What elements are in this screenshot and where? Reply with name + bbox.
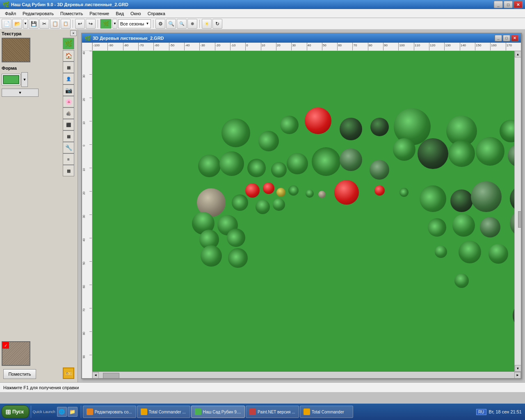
form-dropdown-button[interactable]: ▼ (2, 89, 39, 97)
stamp-button[interactable]: 🎫 (63, 368, 74, 379)
inner-close-button[interactable]: ✕ (511, 35, 518, 41)
undo-button[interactable]: ↩ (75, 19, 85, 29)
season-selector[interactable]: Все сезоны ▼ (118, 19, 151, 28)
scroll-down-button[interactable]: ▼ (515, 365, 521, 372)
tree (201, 245, 222, 267)
grid-icon-button[interactable]: ▦ (63, 62, 74, 73)
flower-icon-button[interactable]: 🌸 (63, 96, 74, 107)
menu-file[interactable]: Файл (2, 10, 19, 17)
zoom-in-button[interactable]: 🔍 (166, 19, 176, 29)
lines-icon-button[interactable]: ≡ (63, 153, 74, 165)
title-bar-controls: _ □ ✕ (494, 1, 523, 8)
sun-button[interactable]: ☀ (202, 19, 212, 29)
maximize-button[interactable]: □ (504, 1, 513, 8)
menu-plant[interactable]: Растение (86, 10, 112, 17)
pattern-icon-button[interactable]: ▦ (63, 130, 74, 142)
vertical-scrollbar[interactable]: ▲ ▼ (514, 51, 521, 372)
rotate-button[interactable]: ↻ (212, 19, 222, 29)
tree (454, 274, 469, 288)
cut-button[interactable]: ✂ (39, 19, 49, 29)
ql-btn1[interactable]: 🌐 (57, 407, 67, 417)
tools-button[interactable]: ⚙ (155, 19, 165, 29)
zoom-fit-button[interactable]: ⊕ (187, 19, 197, 29)
menu-edit[interactable]: Редактировать (19, 10, 57, 17)
shape-dropdown-button[interactable]: ▼ (21, 72, 28, 87)
copy-button[interactable]: 📋 (50, 19, 60, 29)
new-button[interactable]: 📄 (2, 19, 11, 29)
place-button[interactable]: Поместить (3, 369, 36, 379)
start-button[interactable]: ⊞ Пуск (2, 405, 29, 418)
tree (370, 160, 389, 180)
clock: Вт, 18 сен 21:51 (489, 409, 522, 414)
taskbar-btn-0[interactable]: Редактировать со... (83, 406, 136, 418)
tree (232, 194, 248, 211)
taskbar-btn-4[interactable]: Total Commander (300, 406, 353, 418)
bricks-icon-button[interactable]: ▦ (63, 165, 74, 176)
tree (428, 218, 446, 237)
house-icon-button[interactable]: 🏠 (63, 50, 74, 62)
material-preview: ✓ (2, 341, 30, 366)
panel-close-button[interactable]: × (70, 30, 77, 36)
left-panel: × Текстура 🌿 🏠 ▦ 👤 📷 🌸 🪨 ⬛ ▦ 🔧 ≡ ▦ Форма (0, 30, 78, 382)
taskbar-icon-2 (195, 409, 201, 415)
app-icon: 🌿 (2, 1, 9, 8)
camera-icon-button[interactable]: 📷 (63, 84, 74, 96)
title-bar: 🌿 Наш Сад Рубин 9.0 - 3D Деревья листвен… (0, 0, 525, 9)
rock-icon-button[interactable]: 🪨 (63, 107, 74, 119)
tree (258, 131, 279, 151)
season-dropdown-arrow[interactable]: ▼ (112, 19, 117, 29)
tree (435, 246, 447, 258)
left-ruler: 403020100102030405060708090100 (82, 51, 92, 378)
scroll-right-button[interactable]: ► (514, 372, 521, 379)
tree (219, 151, 244, 176)
close-button[interactable]: ✕ (514, 1, 523, 8)
nature-icon-button[interactable]: 🌿 (63, 38, 74, 49)
start-windows-icon: ⊞ (5, 408, 11, 416)
taskbar-btn-2[interactable]: Наш Сад Рубин 9.... (191, 406, 245, 418)
menu-window[interactable]: Окно (127, 10, 144, 17)
h-scroll-track[interactable] (99, 372, 514, 378)
structure-icon-button[interactable]: ⬛ (63, 119, 74, 130)
open-button[interactable]: 📂 (12, 19, 22, 29)
redo-button[interactable]: ↪ (86, 19, 96, 29)
figure-icon-button[interactable]: 👤 (63, 73, 74, 84)
tree (510, 210, 515, 237)
horizontal-scrollbar[interactable]: ◄ ► (92, 372, 521, 378)
scroll-up-button[interactable]: ▲ (515, 51, 521, 57)
tree (420, 185, 446, 212)
h-scroll-thumb[interactable] (103, 373, 119, 379)
taskbar-btn-3[interactable]: Paint.NET версия ... (246, 406, 299, 418)
top-ruler-area: -100-90-80-70-60-50-40-30-20-10010203040… (82, 43, 521, 51)
menu-place[interactable]: Поместить (57, 10, 86, 17)
tree (450, 189, 473, 212)
taskbar-icon-4 (304, 409, 310, 415)
tools-icon-button[interactable]: 🔧 (63, 142, 74, 153)
tree (488, 244, 508, 264)
ql-btn2[interactable]: 📁 (68, 407, 78, 417)
season-icon[interactable]: 🌿 (100, 19, 112, 29)
inner-minimize-button[interactable]: _ (495, 35, 502, 41)
tree (287, 153, 308, 174)
tree (276, 188, 285, 197)
inner-maximize-button[interactable]: □ (503, 35, 510, 41)
save-button[interactable]: 💾 (29, 19, 39, 29)
tree (500, 120, 515, 142)
v-scroll-thumb[interactable] (518, 211, 521, 228)
scroll-left-button[interactable]: ◄ (92, 372, 99, 379)
dropdown-arrow1[interactable]: ▼ (23, 19, 28, 29)
garden-canvas[interactable] (92, 51, 514, 372)
inner-window: 🌿 3D Деревья лиственные_2.GRD _ □ ✕ -100… (81, 33, 522, 379)
menu-help[interactable]: Справка (144, 10, 169, 17)
minimize-button[interactable]: _ (494, 1, 503, 8)
tree (312, 147, 340, 176)
taskbar-sep1 (31, 406, 31, 418)
tree (480, 217, 500, 237)
taskbar-btn-label-2: Наш Сад Рубин 9.... (203, 410, 241, 414)
zoom-out-button[interactable]: 🔍 (177, 19, 187, 29)
taskbar: ⊞ Пуск Quick Launch 🌐 📁 Редактировать со… (0, 404, 525, 420)
tree (305, 107, 331, 134)
taskbar-btn-1[interactable]: Total Commander ... (137, 406, 190, 418)
paste-button[interactable]: 📋 (61, 19, 71, 29)
menu-view[interactable]: Вид (112, 10, 127, 17)
tree (228, 248, 248, 268)
